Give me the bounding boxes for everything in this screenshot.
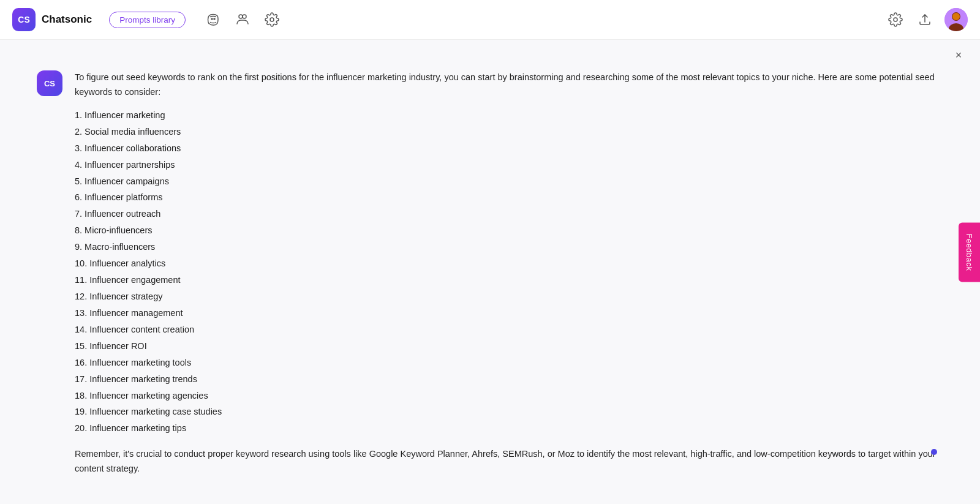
close-button[interactable]: × bbox=[949, 46, 968, 64]
keyword-item: 6. Influencer platforms bbox=[75, 190, 943, 205]
svg-point-8 bbox=[952, 13, 960, 20]
keyword-item: 3. Influencer collaborations bbox=[75, 141, 943, 156]
intro-text: To figure out seed keywords to rank on t… bbox=[75, 70, 943, 100]
chat-area: × CS To figure out seed keywords to rank… bbox=[0, 40, 980, 504]
svg-point-2 bbox=[270, 18, 274, 21]
share-icon[interactable] bbox=[915, 10, 935, 29]
keyword-item: 16. Influencer marketing tools bbox=[75, 356, 943, 370]
keyword-item: 15. Influencer ROI bbox=[75, 339, 943, 354]
messages-area: CS To figure out seed keywords to rank o… bbox=[0, 64, 980, 504]
logo-badge: CS bbox=[12, 8, 36, 31]
keyword-item: 5. Influencer campaigns bbox=[75, 175, 943, 189]
header: CS Chatsonic Prompts library bbox=[0, 0, 980, 40]
settings-icon[interactable] bbox=[886, 10, 905, 29]
bot-avatar: CS bbox=[37, 70, 62, 96]
keyword-item: 19. Influencer marketing case studies bbox=[75, 405, 943, 419]
keyword-item: 9. Macro-influencers bbox=[75, 240, 943, 255]
keyword-item: 10. Influencer analytics bbox=[75, 257, 943, 271]
prompts-library-button[interactable]: Prompts library bbox=[109, 12, 186, 28]
close-area: × bbox=[0, 40, 980, 64]
keyword-item: 12. Influencer strategy bbox=[75, 290, 943, 304]
keyword-item: 11. Influencer engagement bbox=[75, 273, 943, 288]
keyword-item: 4. Influencer partnerships bbox=[75, 158, 943, 173]
keyword-item: 2. Social media influencers bbox=[75, 125, 943, 140]
keyword-item: 8. Micro-influencers bbox=[75, 224, 943, 238]
bot-message: CS To figure out seed keywords to rank o… bbox=[37, 70, 943, 476]
keyword-list: 1. Influencer marketing2. Social media i… bbox=[75, 108, 943, 436]
header-icons bbox=[204, 10, 281, 29]
logo-text: Chatsonic bbox=[42, 13, 92, 26]
feedback-tab[interactable]: Feedback bbox=[959, 222, 980, 282]
svg-point-0 bbox=[239, 15, 243, 18]
closing-text: Remember, it's crucial to conduct proper… bbox=[75, 447, 943, 476]
main-content: × CS To figure out seed keywords to rank… bbox=[0, 40, 980, 504]
keyword-item: 13. Influencer management bbox=[75, 306, 943, 321]
typing-indicator bbox=[931, 449, 937, 455]
user-avatar[interactable] bbox=[944, 8, 968, 31]
keyword-item: 20. Influencer marketing tips bbox=[75, 421, 943, 436]
header-right bbox=[886, 8, 968, 31]
keyword-item: 17. Influencer marketing trends bbox=[75, 372, 943, 387]
discord-icon[interactable] bbox=[204, 10, 222, 29]
keyword-item: 7. Influencer outreach bbox=[75, 207, 943, 222]
logo-area: CS Chatsonic Prompts library bbox=[12, 8, 281, 31]
message-content: To figure out seed keywords to rank on t… bbox=[75, 70, 943, 476]
svg-point-3 bbox=[894, 18, 897, 21]
keyword-item: 18. Influencer marketing agencies bbox=[75, 389, 943, 404]
settings-cog-icon[interactable] bbox=[263, 10, 281, 29]
keyword-item: 1. Influencer marketing bbox=[75, 108, 943, 123]
community-icon[interactable] bbox=[233, 10, 252, 29]
svg-point-1 bbox=[243, 15, 246, 18]
keyword-item: 14. Influencer content creation bbox=[75, 323, 943, 337]
